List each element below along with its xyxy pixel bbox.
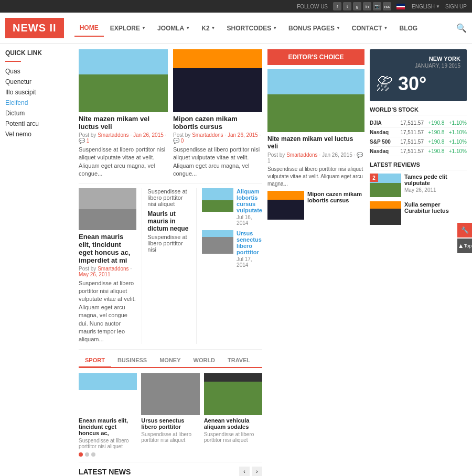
tab-card-title-3[interactable]: Aenean vehicula aliquam sodales: [204, 417, 262, 430]
author-name[interactable]: Smartaddons: [286, 152, 317, 158]
linkedin-icon[interactable]: in: [363, 2, 371, 10]
next-arrow[interactable]: ›: [252, 467, 262, 476]
tab-card-title-1[interactable]: Enean mauris elit, tincidunt eget honcus…: [79, 417, 137, 436]
weather-date: JANUARY, 19 2015: [376, 63, 460, 69]
search-button[interactable]: 🔍: [456, 23, 467, 33]
mid-center-text1: Suspendisse at libero porttitor nisi ali…: [147, 188, 191, 207]
news-nav-arrows: ‹ ›: [239, 467, 262, 476]
twitter-icon[interactable]: t: [343, 2, 351, 10]
latest-news-title: LATEST NEWS: [79, 468, 131, 476]
google-icon[interactable]: g: [353, 2, 361, 10]
editors-choice-title[interactable]: Nite mazen mikam vel luctus veli: [267, 135, 364, 150]
mid-section: Enean mauris elit, tincidunt eget honcus…: [79, 183, 262, 344]
tab-card-img-3: [204, 373, 262, 415]
weather-icon: ⛈: [376, 74, 393, 94]
stock-val-sp500: 17,511.57: [400, 139, 424, 145]
mid-left-excerpt: Suspendisse at libero porttitor nisi ali…: [79, 279, 136, 344]
author-name[interactable]: Smartaddons: [98, 132, 128, 138]
tab-business[interactable]: BUSINESS: [111, 354, 153, 367]
quick-link-quenetur[interactable]: Quenetur: [5, 78, 31, 85]
tab-card-text-2: Suspendisse at libero porttitor nisi ali…: [141, 431, 199, 443]
nav-item-bonus[interactable]: BONUS PAGES ▼: [283, 20, 346, 36]
signup-button[interactable]: SIGN UP: [445, 4, 467, 9]
nav-item-shortcodes[interactable]: SHORTCODES ▼: [221, 20, 282, 36]
featured-title-2[interactable]: Mipon cazen mikam lobortis cursus: [173, 115, 262, 131]
nav-item-home[interactable]: HOME: [74, 20, 104, 37]
small-title-1[interactable]: Aliquam lobortis cursus vulputate: [237, 188, 262, 213]
quick-link-potenti[interactable]: Potenti arcu: [5, 120, 39, 127]
quick-link-quas[interactable]: Quas: [5, 68, 20, 75]
stock-val-nasdaq2: 17,511.57: [400, 148, 424, 154]
reviews-section: LATEST REVIEWS 2 Tames pede elit vulputa…: [370, 161, 467, 225]
small-thumb-1: [202, 188, 233, 212]
flag-icon: [396, 4, 405, 9]
quick-link-eleifend[interactable]: Eleifend: [5, 99, 28, 106]
stock-section: WORLD'S STOCK DJIA 17,511.57 +190.8 +1.1…: [370, 106, 467, 156]
nav-item-contact[interactable]: CONTACT ▼: [347, 20, 393, 36]
weather-city: NEW YORK: [376, 56, 460, 62]
featured-article-2: Mipon cazen mikam lobortis cursus Post b…: [173, 49, 262, 178]
review-content-2: Xulla semper Curabitur luctus: [404, 201, 467, 225]
editors-choice-second: Mipon cazen mikam lobortis cursus: [267, 191, 364, 220]
nav-item-explore[interactable]: EXPLORE ▼: [105, 20, 151, 36]
featured-title-1[interactable]: Nite mazen mikam vel luctus veli: [79, 115, 168, 131]
featured-row: Nite mazen mikam vel luctus veli Post by…: [79, 49, 262, 178]
mid-center: Suspendisse at libero porttitor nisi ali…: [142, 188, 191, 344]
facebook-icon[interactable]: f: [333, 2, 341, 10]
weather-widget: NEW YORK JANUARY, 19 2015 ⛈ 30°: [370, 49, 467, 101]
small-title-2[interactable]: Ursus senectus libero porttitor: [237, 230, 262, 255]
instagram-icon[interactable]: 📷: [373, 2, 381, 10]
chevron-down-icon: ▼: [384, 26, 388, 30]
stock-row-sp500: S&P 500 17,511.57 +190.8 +1.10%: [370, 137, 467, 147]
mid-center-text2: Suspendisse at libero porttitor nisi: [147, 234, 191, 253]
dot-2[interactable]: [85, 452, 89, 457]
prev-arrow[interactable]: ‹: [239, 467, 250, 476]
language-button[interactable]: ENGLISH ▼: [412, 4, 440, 9]
stock-row-nasdaq2: Nasdaq 17,511.57 +190.8 +1.10%: [370, 147, 467, 156]
main-nav: HOME EXPLORE ▼ JOOMLA ▼ K2 ▼ SHORTCODES …: [74, 20, 456, 37]
nav-item-blog[interactable]: BLOG: [394, 20, 423, 36]
review-title-1[interactable]: Tames pede elit vulputate: [404, 174, 467, 186]
wrench-button[interactable]: 🔧: [457, 223, 472, 237]
quick-link-vel[interactable]: Vel nemo: [5, 131, 31, 138]
mid-left-title[interactable]: Enean mauris elit, tincidunt eget honcus…: [79, 233, 136, 264]
nav-item-k2[interactable]: K2 ▼: [196, 20, 220, 36]
mid-thumb-image: [79, 188, 136, 230]
mid-left: Enean mauris elit, tincidunt eget honcus…: [79, 188, 136, 344]
weather-temp: 30°: [398, 73, 426, 95]
review-img-wrap-1: 2: [370, 174, 401, 197]
review-title-2[interactable]: Xulla semper Curabitur luctus: [404, 201, 467, 214]
quick-link-illo[interactable]: Illo suscipit: [5, 89, 36, 96]
editors-choice-column: EDIToR'S CHOICE Nite mazen mikam vel luc…: [267, 49, 364, 476]
tab-card-3: Aenean vehicula aliquam sodales Suspendi…: [204, 373, 262, 449]
author-name[interactable]: Smartaddons: [192, 132, 223, 138]
quick-link-dictum[interactable]: Dictum: [5, 110, 25, 117]
small-article-2: Ursus senectus libero porttitor Jul 17, …: [202, 230, 262, 268]
dot-3[interactable]: [91, 452, 95, 457]
nav-item-joomla[interactable]: JOOMLA ▼: [152, 20, 195, 36]
tab-money[interactable]: MONEY: [153, 354, 187, 367]
stock-change-sp500: +190.8: [428, 139, 444, 145]
list-item: Dictum: [5, 108, 73, 118]
site-logo[interactable]: NEWS II: [5, 18, 64, 38]
tab-sport[interactable]: SPORT: [79, 354, 111, 368]
list-item: Illo suscipit: [5, 87, 73, 98]
list-item: Potenti arcu: [5, 118, 73, 129]
quick-link-divider: [5, 61, 21, 62]
tab-card-title-2[interactable]: Ursus senectus libero porttitor: [141, 417, 199, 430]
chevron-down-icon: ▼: [142, 26, 146, 30]
sidebar: QUICK LINK Quas Quenetur Illo suscipit E…: [5, 49, 73, 476]
author-name[interactable]: Smartaddons: [98, 266, 128, 272]
rss-icon[interactable]: rss: [383, 2, 391, 10]
top-button[interactable]: ▲Top: [457, 239, 472, 253]
tab-world[interactable]: WORLD: [187, 354, 222, 367]
dot-1[interactable]: [79, 452, 83, 457]
stock-val-nasdaq1: 17,511.57: [400, 129, 424, 135]
tab-travel[interactable]: TRAVEL: [221, 354, 256, 367]
list-item: Vel nemo: [5, 129, 73, 139]
chevron-down-icon: ▼: [211, 26, 216, 30]
editors-second-title[interactable]: Mipon cazen mikam lobortis cursus: [307, 191, 364, 220]
stock-row-djia: DJIA 17,511.57 +190.8 +1.10%: [370, 118, 467, 128]
small-date-2: Jul 17, 2014: [237, 256, 262, 268]
mid-center-title2[interactable]: Mauris ut mauris in dictum neque: [147, 210, 191, 232]
